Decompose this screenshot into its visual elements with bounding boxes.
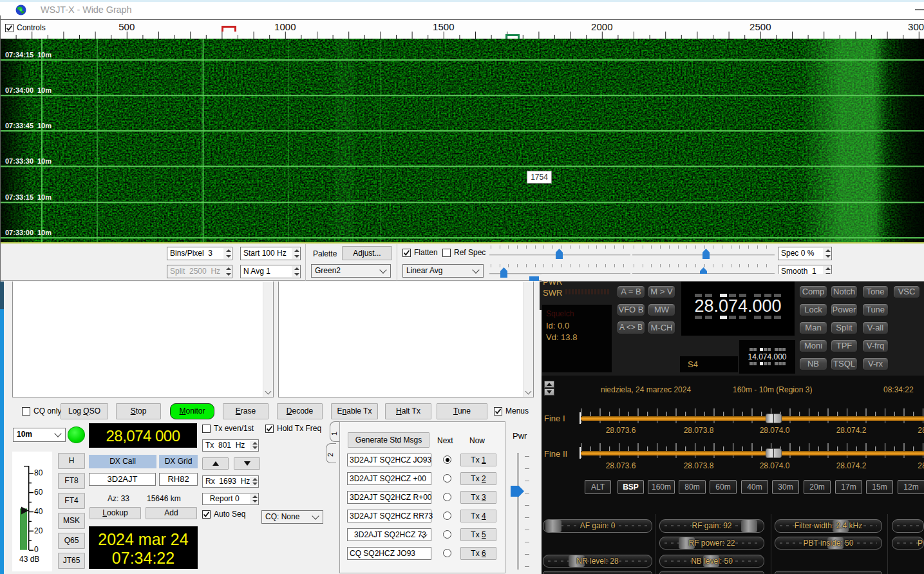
svg-text:07:34:00: 07:34:00 [5,86,33,94]
svg-text:0: 0 [34,545,39,554]
svg-text:80: 80 [34,468,43,477]
svg-text:10m: 10m [37,122,52,129]
svg-text:10m: 10m [37,157,52,165]
svg-text:20: 20 [34,526,43,535]
svg-text:60: 60 [34,488,43,497]
svg-text:10m: 10m [37,229,52,236]
svg-text:07:34:15: 07:34:15 [5,51,33,59]
svg-text:07:33:15: 07:33:15 [5,193,33,201]
svg-text:10m: 10m [37,193,52,201]
svg-text:10m: 10m [37,86,52,94]
svg-text:10m: 10m [37,51,52,59]
svg-text:07:33:00: 07:33:00 [5,229,33,236]
svg-text:40: 40 [34,507,43,516]
svg-text:07:33:45: 07:33:45 [5,122,33,129]
svg-text:07:33:30: 07:33:30 [5,157,33,165]
